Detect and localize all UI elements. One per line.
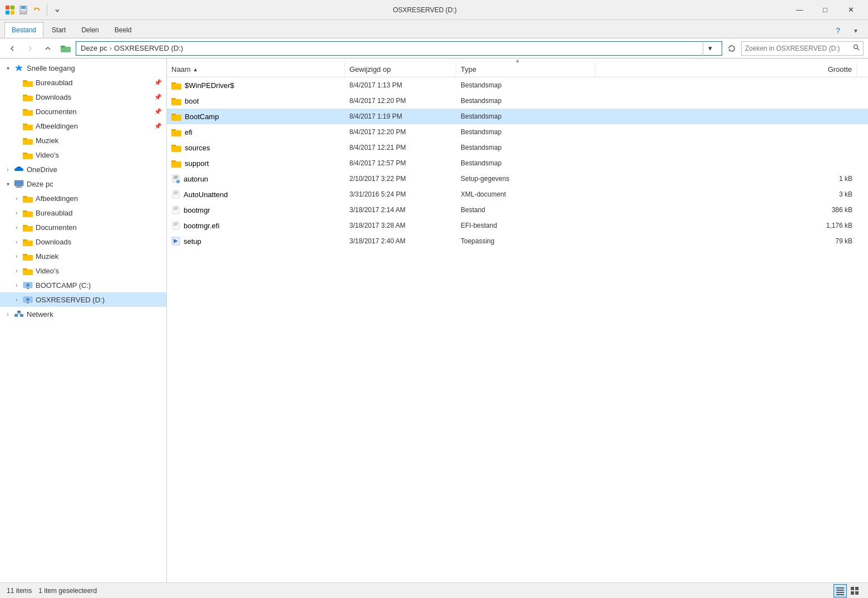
onedrive-expand[interactable]: › <box>2 164 13 175</box>
sidebar-item-muziek[interactable]: Muziek <box>0 133 166 148</box>
undo-icon[interactable] <box>31 4 42 16</box>
svg-rect-74 <box>174 194 177 194</box>
maximize-button[interactable]: □ <box>812 0 838 20</box>
svg-rect-81 <box>174 224 178 224</box>
sidebar-item-snelle-toegang[interactable]: ▾ Snelle toegang <box>0 61 166 75</box>
sidebar-item-documenten-pc[interactable]: › Documenten <box>0 220 166 234</box>
col-header-naam[interactable]: Naam ▲ <box>167 62 345 77</box>
minimize-button[interactable]: — <box>787 0 812 20</box>
sidebar-item-documenten[interactable]: Documenten 📌 <box>0 104 166 119</box>
close-button[interactable]: ✕ <box>838 0 864 20</box>
snelle-toegang-expand[interactable]: ▾ <box>2 62 13 73</box>
crumb-deze-pc[interactable]: Deze pc <box>81 44 107 52</box>
sidebar-item-bureaublad-pc[interactable]: › Bureaublad <box>0 205 166 220</box>
deze-pc-expand[interactable]: ▾ <box>2 178 13 189</box>
file-row[interactable]: bootmgr 3/18/2017 2:14 AM Bestand 386 kB <box>167 202 868 218</box>
svg-rect-86 <box>836 590 844 591</box>
svg-rect-47 <box>14 314 18 317</box>
sidebar-item-videos[interactable]: Video's <box>0 148 166 162</box>
file-row[interactable]: bootmgr.efi 3/18/2017 3:28 AM EFI-bestan… <box>167 218 868 233</box>
documenten-icon <box>22 106 33 117</box>
muziek-pc-expand[interactable]: › <box>11 251 22 262</box>
windows-icon[interactable] <box>4 4 16 16</box>
sidebar-item-deze-pc[interactable]: ▾ Deze pc <box>0 177 166 191</box>
file-name-cell: bootmgr.efi <box>167 221 345 230</box>
search-input[interactable] <box>745 45 853 52</box>
sidebar-item-afbeeldingen-pc[interactable]: › Afbeeldingen <box>0 191 166 205</box>
address-path[interactable]: Deze pc › OSXRESERVED (D:) ▾ <box>76 41 722 56</box>
refresh-button[interactable] <box>724 41 739 56</box>
svg-rect-19 <box>23 109 27 111</box>
downloads-quick-expand <box>11 91 22 102</box>
file-row[interactable]: autorun 2/10/2017 3:22 PM Setup-gegevens… <box>167 171 868 187</box>
svg-rect-21 <box>23 124 27 125</box>
file-row[interactable]: AutoUnattend 3/31/2016 5:24 PM XML-docum… <box>167 187 868 202</box>
up-button[interactable] <box>40 41 56 56</box>
file-row[interactable]: boot 8/4/2017 12:20 PM Bestandsmap <box>167 93 868 109</box>
videos-pc-label: Video's <box>36 267 166 275</box>
back-button[interactable] <box>4 41 20 56</box>
bureaublad-pc-expand[interactable]: › <box>11 207 22 218</box>
svg-rect-8 <box>61 47 71 52</box>
osxreserved-icon <box>22 294 33 305</box>
muziek-pc-icon <box>22 251 33 262</box>
sidebar-item-netwerk[interactable]: › Netwerk <box>0 307 166 321</box>
address-dropdown-btn[interactable]: ▾ <box>703 41 717 56</box>
tab-start[interactable]: Start <box>45 22 73 38</box>
file-row[interactable]: support 8/4/2017 12:57 PM Bestandsmap <box>167 155 868 171</box>
file-row[interactable]: efi 8/4/2017 12:20 PM Bestandsmap <box>167 124 868 140</box>
tab-beeld[interactable]: Beeld <box>107 22 139 38</box>
save-icon[interactable] <box>18 4 29 16</box>
file-row[interactable]: BootCamp 8/4/2017 1:19 PM Bestandsmap <box>167 109 868 124</box>
svg-rect-18 <box>23 110 33 116</box>
netwerk-icon <box>13 308 24 320</box>
tab-delen[interactable]: Delen <box>74 22 106 38</box>
col-header-grootte[interactable]: Grootte <box>595 62 857 77</box>
col-header-type[interactable]: Type <box>456 62 595 77</box>
sidebar-item-onedrive[interactable]: › OneDrive <box>0 162 166 177</box>
sidebar-item-osxreserved[interactable]: › OSXRESERVED (D:) <box>0 292 166 307</box>
svg-rect-91 <box>851 591 854 595</box>
onedrive-label: OneDrive <box>27 165 166 174</box>
videos-expand <box>11 149 22 160</box>
svg-rect-82 <box>174 225 177 226</box>
svg-rect-68 <box>174 177 178 178</box>
sidebar-item-bootcamp[interactable]: › BOOTCAMP (C:) <box>0 278 166 292</box>
search-icon[interactable] <box>853 44 860 52</box>
sidebar-item-muziek-pc[interactable]: › Muziek <box>0 249 166 263</box>
onedrive-icon <box>13 164 24 175</box>
deze-pc-icon <box>13 178 24 189</box>
svg-rect-45 <box>27 302 29 303</box>
file-row[interactable]: sources 8/4/2017 12:21 PM Bestandsmap <box>167 140 868 155</box>
deze-pc-label: Deze pc <box>27 180 166 188</box>
videos-pc-expand[interactable]: › <box>11 265 22 276</box>
sidebar-item-downloads-quick[interactable]: Downloads 📌 <box>0 90 166 104</box>
crumb-osxreserved[interactable]: OSXRESERVED (D:) <box>114 44 183 52</box>
svg-point-11 <box>854 45 858 49</box>
svg-rect-33 <box>23 226 33 232</box>
osxreserved-expand[interactable]: › <box>11 294 22 305</box>
ribbon-collapse-button[interactable]: ▼ <box>848 23 864 38</box>
downloads-pc-expand[interactable]: › <box>11 236 22 247</box>
file-name-cell: sources <box>167 144 345 152</box>
documenten-pc-expand[interactable]: › <box>11 222 22 233</box>
svg-rect-30 <box>23 196 27 198</box>
col-header-gewijzigd[interactable]: Gewijzigd op <box>345 62 456 77</box>
file-row[interactable]: setup 3/18/2017 2:40 AM Toepassing 79 kB <box>167 233 868 249</box>
forward-button[interactable] <box>22 41 38 56</box>
tab-bestand[interactable]: Bestand <box>4 22 43 38</box>
sidebar-item-videos-pc[interactable]: › Video's <box>0 263 166 278</box>
svg-rect-29 <box>23 197 33 203</box>
view-tiles-button[interactable] <box>848 584 861 597</box>
file-row[interactable]: $WinPEDriver$ 8/4/2017 1:13 PM Bestandsm… <box>167 77 868 93</box>
sidebar-item-afbeeldingen[interactable]: Afbeeldingen 📌 <box>0 119 166 133</box>
netwerk-expand[interactable]: › <box>2 308 13 320</box>
dropdown-icon[interactable] <box>52 4 63 16</box>
afbeeldingen-pc-expand[interactable]: › <box>11 193 22 204</box>
view-details-button[interactable] <box>834 584 847 597</box>
svg-rect-80 <box>174 223 178 223</box>
sidebar-item-bureaublad[interactable]: Bureaublad 📌 <box>0 75 166 90</box>
bootcamp-expand[interactable]: › <box>11 280 22 291</box>
sidebar-item-downloads-pc[interactable]: › Downloads <box>0 234 166 249</box>
help-button[interactable]: ? <box>830 23 846 38</box>
